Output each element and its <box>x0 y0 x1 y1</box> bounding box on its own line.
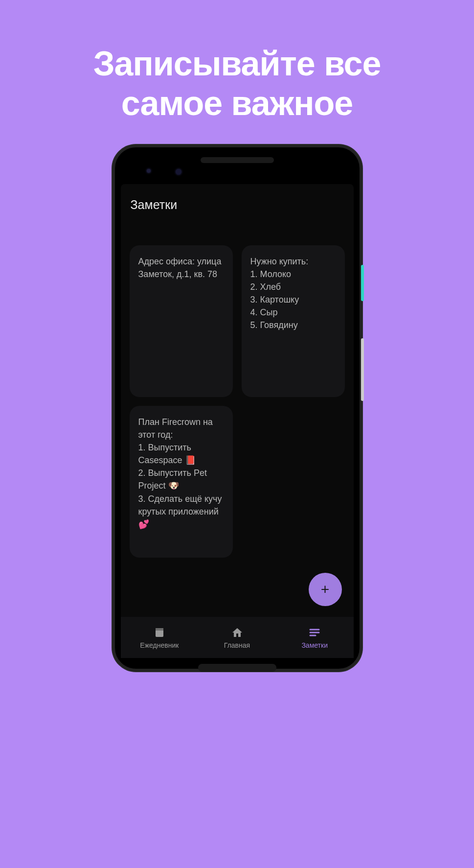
hero-line-2: самое важное <box>121 84 353 122</box>
plus-icon: + <box>321 582 330 597</box>
page-title: Заметки <box>131 198 344 212</box>
hero-line-1: Записывайте все <box>93 45 381 83</box>
svg-rect-1 <box>156 628 163 631</box>
note-card[interactable]: Адрес офиса: улица Заметок, д.1, кв. 78 <box>130 245 233 397</box>
phone-frame: Заметки Адрес офиса: улица Заметок, д.1,… <box>113 145 362 671</box>
nav-label: Ежедневник <box>140 641 179 649</box>
add-note-button[interactable]: + <box>309 573 342 606</box>
bottom-navigation: Ежедневник Главная Заметки <box>121 617 354 658</box>
list-icon <box>308 626 321 639</box>
screen-header: Заметки <box>121 184 354 218</box>
home-icon <box>231 626 244 639</box>
nav-item-diary[interactable]: Ежедневник <box>121 617 199 658</box>
notes-grid: Адрес офиса: улица Заметок, д.1, кв. 78 … <box>121 218 354 617</box>
nav-label: Главная <box>224 641 250 649</box>
nav-label: Заметки <box>301 641 328 649</box>
nav-item-home[interactable]: Главная <box>198 617 276 658</box>
phone-volume-button <box>361 338 364 401</box>
note-card[interactable]: Нужно купить: 1. Молоко 2. Хлеб 3. Карто… <box>242 245 345 397</box>
phone-camera <box>176 169 181 175</box>
note-text: План Firecrown на этот год: 1. Выпустить… <box>138 417 222 529</box>
phone-power-button <box>361 265 364 301</box>
phone-speaker <box>201 157 274 163</box>
note-card[interactable]: План Firecrown на этот год: 1. Выпустить… <box>130 406 233 558</box>
hero-title: Записывайте все самое важное <box>93 44 381 123</box>
note-text: Адрес офиса: улица Заметок, д.1, кв. 78 <box>138 257 222 279</box>
note-text: Нужно купить: 1. Молоко 2. Хлеб 3. Карто… <box>250 257 309 330</box>
phone-home-indicator <box>198 664 276 672</box>
book-icon <box>153 626 166 639</box>
nav-item-notes[interactable]: Заметки <box>276 617 354 658</box>
phone-sensor <box>147 169 151 173</box>
app-screen: Заметки Адрес офиса: улица Заметок, д.1,… <box>121 184 354 658</box>
